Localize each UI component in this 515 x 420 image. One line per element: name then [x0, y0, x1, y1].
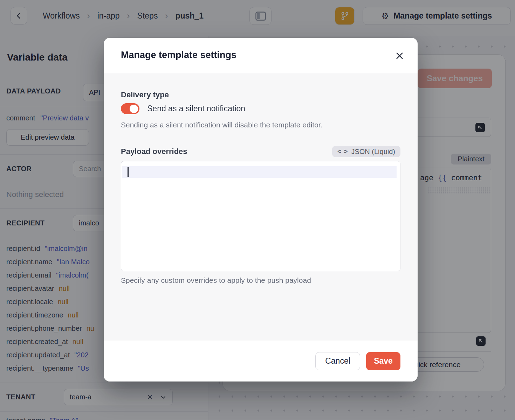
payload-overrides-editor[interactable]: [121, 161, 400, 271]
delivery-type-label: Delivery type: [121, 90, 169, 99]
close-icon: [395, 51, 404, 61]
syntax-badge-label: JSON (Liquid): [351, 148, 395, 156]
cancel-button[interactable]: Cancel: [315, 352, 360, 370]
modal-header: Manage template settings: [104, 38, 418, 73]
silent-notification-label: Send as a silent notification: [147, 104, 245, 113]
toggle-knob: [130, 105, 138, 113]
cancel-label: Cancel: [325, 356, 350, 365]
editor-active-line: [122, 166, 397, 178]
silent-notification-row: Send as a silent notification: [121, 103, 245, 114]
syntax-badge: < > JSON (Liquid): [332, 146, 400, 157]
save-label: Save: [374, 356, 393, 365]
manage-template-settings-modal: Manage template settings Delivery type S…: [104, 38, 418, 382]
delivery-helper-text: Sending as a silent notification will di…: [121, 121, 323, 129]
save-button[interactable]: Save: [366, 352, 400, 370]
modal-title: Manage template settings: [121, 50, 236, 61]
payload-overrides-label: Payload overrides: [121, 147, 187, 156]
payload-helper-text: Specify any custom overrides to apply to…: [121, 276, 311, 285]
silent-notification-toggle[interactable]: [121, 103, 139, 114]
modal-footer: Cancel Save: [104, 341, 418, 382]
close-button[interactable]: [393, 49, 406, 62]
text-cursor: [128, 167, 129, 177]
code-brackets-icon: < >: [337, 148, 348, 155]
